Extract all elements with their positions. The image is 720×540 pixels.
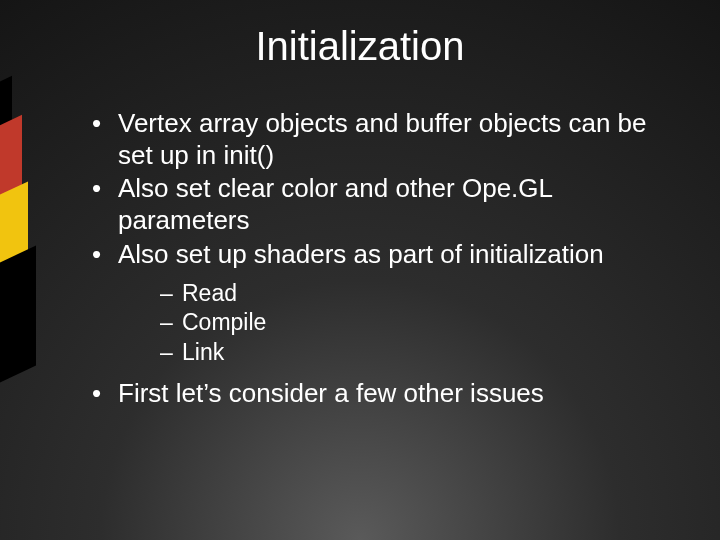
slide-content: Vertex array objects and buffer objects … xyxy=(92,108,680,412)
bullet-item: Vertex array objects and buffer objects … xyxy=(92,108,680,171)
bullet-list: Vertex array objects and buffer objects … xyxy=(92,108,680,410)
bullet-text: First let’s consider a few other issues xyxy=(118,378,544,408)
sub-item: Link xyxy=(160,338,680,368)
accent-black xyxy=(0,246,36,383)
sub-text: Link xyxy=(182,339,224,365)
bullet-text: Vertex array objects and buffer objects … xyxy=(118,108,647,170)
bullet-text: Also set clear color and other Ope.GL pa… xyxy=(118,173,552,235)
sub-text: Read xyxy=(182,280,237,306)
sub-list: Read Compile Link xyxy=(160,279,680,369)
sub-item: Compile xyxy=(160,308,680,338)
bullet-item: Also set up shaders as part of initializ… xyxy=(92,239,680,368)
sub-text: Compile xyxy=(182,309,266,335)
accent-shapes xyxy=(0,120,40,380)
sub-item: Read xyxy=(160,279,680,309)
bullet-text: Also set up shaders as part of initializ… xyxy=(118,239,604,269)
slide-title: Initialization xyxy=(0,24,720,69)
bullet-item: First let’s consider a few other issues xyxy=(92,378,680,410)
bullet-item: Also set clear color and other Ope.GL pa… xyxy=(92,173,680,236)
